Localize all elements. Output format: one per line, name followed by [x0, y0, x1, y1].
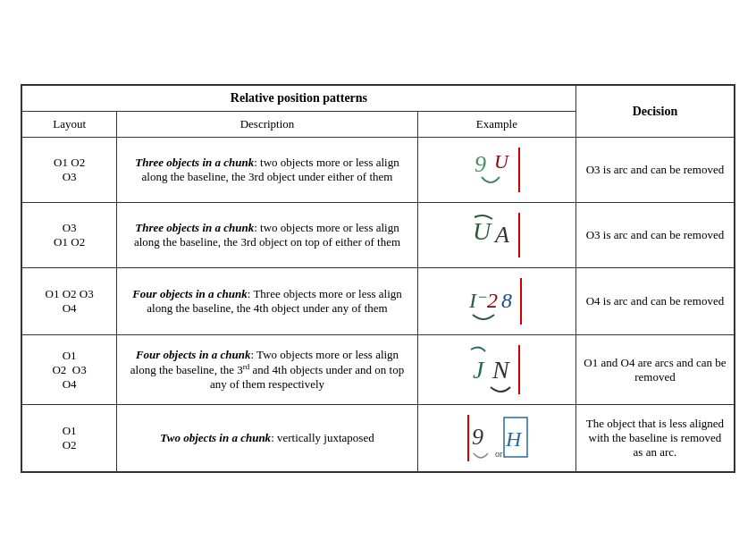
svg-text:U: U: [473, 217, 492, 245]
svg-text:J: J: [473, 356, 485, 384]
example-cell: U A: [417, 203, 575, 268]
decision-cell: O1 and O4 are arcs and can be removed: [575, 335, 734, 405]
table-main-header: Relative position patterns: [22, 86, 576, 112]
svg-text:I: I: [468, 289, 477, 312]
example-col-header: Example: [417, 112, 575, 138]
table-row: O1 O2O3 Three objects in a chunk: two ob…: [22, 138, 735, 203]
table-row: O1O2 O3O4 Four objects in a chunk: Two o…: [22, 335, 735, 405]
svg-text:or: or: [495, 449, 503, 459]
layout-cell: O1O2 O3O4: [22, 335, 117, 405]
table-row: O1O2 Two objects in a chunk: vertically …: [22, 405, 735, 472]
layout-cell: O3O1 O2: [22, 203, 117, 268]
layout-col-header: Layout: [22, 112, 117, 138]
desc-cell: Four objects in a chunk: Three objects m…: [117, 268, 418, 335]
example-cell: 9 U: [417, 138, 575, 203]
desc-bold: Three objects in a chunk: [135, 156, 254, 169]
desc-bold: Two objects in a chunk: [160, 431, 271, 444]
svg-text:N: N: [491, 356, 510, 384]
svg-text:2: 2: [487, 289, 498, 312]
svg-text:H: H: [505, 427, 523, 451]
layout-cell: O1O2: [22, 405, 117, 472]
main-table-wrapper: Relative position patterns Decision Layo…: [21, 84, 735, 473]
decision-col-header: Decision: [575, 86, 734, 138]
example-cell: J N: [417, 335, 575, 405]
decision-cell: The object that is less aligned with the…: [575, 405, 734, 472]
desc-cell: Three objects in a chunk: two objects mo…: [117, 203, 418, 268]
desc-bold: Four objects in a chunk: [136, 348, 251, 361]
svg-text:U: U: [494, 150, 510, 173]
svg-text:9: 9: [475, 151, 486, 177]
svg-text:A: A: [493, 222, 509, 248]
decision-cell: O3 is arc and can be removed: [575, 138, 734, 203]
table-row: O3O1 O2 Three objects in a chunk: two ob…: [22, 203, 735, 268]
desc-cell: Four objects in a chunk: Two objects mor…: [117, 335, 418, 405]
example-image: I − 2 8: [425, 274, 568, 329]
example-cell: 9 or H: [417, 405, 575, 472]
example-image: J N: [425, 341, 568, 399]
example-image: 9 U: [425, 143, 568, 197]
desc-rest: : vertically juxtaposed: [271, 431, 374, 444]
layout-cell: O1 O2 O3O4: [22, 268, 117, 335]
desc-cell: Three objects in a chunk: two objects mo…: [117, 138, 418, 203]
decision-cell: O3 is arc and can be removed: [575, 203, 734, 268]
svg-text:8: 8: [501, 289, 512, 312]
desc-bold: Four objects in a chunk: [132, 287, 248, 300]
svg-text:−: −: [478, 288, 487, 306]
table-row: O1 O2 O3O4 Four objects in a chunk: Thre…: [22, 268, 735, 335]
example-cell: I − 2 8: [417, 268, 575, 335]
layout-cell: O1 O2O3: [22, 138, 117, 203]
svg-text:9: 9: [472, 424, 483, 450]
desc-bold: Three objects in a chunk: [135, 221, 254, 234]
desc-col-header: Description: [117, 112, 418, 138]
example-image: U A: [425, 208, 568, 262]
decision-cell: O4 is arc and can be removed: [575, 268, 734, 335]
example-image: 9 or H: [425, 410, 568, 466]
desc-cell: Two objects in a chunk: vertically juxta…: [117, 405, 418, 472]
